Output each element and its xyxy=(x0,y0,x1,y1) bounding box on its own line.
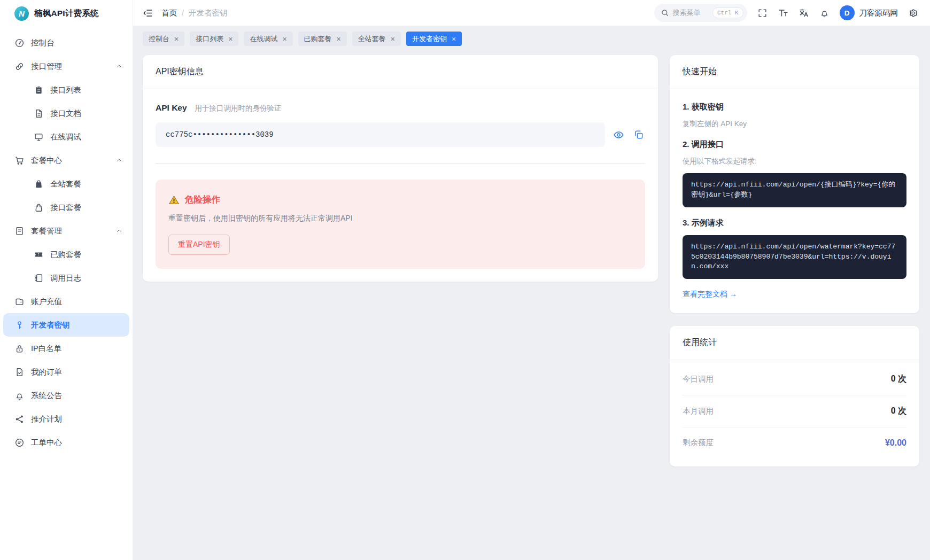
sidebar-nav: 控制台 接口管理 接口列表 接口文档 在线调试 套餐中心 全站套餐 接口套餐 套 xyxy=(0,27,133,454)
api-key-hint: 用于接口调用时的身份验证 xyxy=(195,104,282,113)
avatar: D xyxy=(840,5,855,20)
fullscreen-icon[interactable] xyxy=(757,8,768,18)
sidebar-item-label: 套餐管理 xyxy=(31,226,62,236)
gear-icon[interactable] xyxy=(908,8,918,18)
breadcrumb-home[interactable]: 首页 xyxy=(161,8,177,18)
document-lines-icon xyxy=(14,226,25,236)
sidebar-item-label: 套餐中心 xyxy=(31,155,62,166)
reset-api-key-button[interactable]: 重置API密钥 xyxy=(168,235,230,255)
bag-outline-icon xyxy=(34,203,44,213)
lock-icon xyxy=(14,344,25,354)
tab-label: 控制台 xyxy=(149,34,169,44)
sidebar-item-dashboard[interactable]: 控制台 xyxy=(0,31,133,55)
eye-icon[interactable] xyxy=(612,128,625,142)
tab-api-list[interactable]: 接口列表 × xyxy=(190,32,238,46)
sidebar: N 楠枫API计费系统 控制台 接口管理 接口列表 接口文档 在线调试 套餐中心… xyxy=(0,0,133,560)
step-1-desc: 复制左侧的 API Key xyxy=(683,119,906,129)
sidebar-item-account-recharge[interactable]: 账户充值 xyxy=(0,290,133,313)
brand: N 楠枫API计费系统 xyxy=(0,0,133,27)
share-icon xyxy=(14,414,25,424)
search-placeholder: 搜索菜单 xyxy=(673,8,709,18)
sidebar-item-label: 接口套餐 xyxy=(50,203,81,213)
close-icon[interactable]: × xyxy=(174,35,179,43)
sidebar-item-label: 账户充值 xyxy=(31,297,62,307)
collapse-sidebar-icon[interactable] xyxy=(143,8,153,18)
bell-icon[interactable] xyxy=(819,8,830,18)
warning-triangle-icon xyxy=(168,195,180,206)
usage-stats-title: 使用统计 xyxy=(670,326,919,360)
sidebar-item-purchased-packages[interactable]: 已购套餐 xyxy=(0,243,133,266)
sidebar-item-call-logs[interactable]: 调用日志 xyxy=(0,266,133,290)
topbar-actions: 搜索菜单 Ctrl K D 刀客源码网 xyxy=(654,4,919,22)
sidebar-item-my-orders[interactable]: 我的订单 xyxy=(0,360,133,384)
sidebar-item-api-packages[interactable]: 接口套餐 xyxy=(0,196,133,219)
notebook-icon xyxy=(34,273,44,283)
content: API密钥信息 API Key 用于接口调用时的身份验证 cc775c•••••… xyxy=(133,50,930,560)
close-icon[interactable]: × xyxy=(391,35,395,43)
sidebar-item-label: 开发者密钥 xyxy=(31,320,70,330)
breadcrumb-current: 开发者密钥 xyxy=(189,8,228,18)
quick-start-title: 快速开始 xyxy=(670,55,919,89)
chat-circle-icon xyxy=(14,438,25,448)
tab-label: 全站套餐 xyxy=(358,34,386,44)
main-column: 首页 / 开发者密钥 搜索菜单 Ctrl K D 刀客源码网 xyxy=(133,0,930,560)
wallet-icon xyxy=(14,297,25,307)
search-input[interactable]: 搜索菜单 Ctrl K xyxy=(654,4,747,22)
tab-dashboard[interactable]: 控制台 × xyxy=(143,32,184,46)
copy-icon[interactable] xyxy=(632,128,645,141)
sidebar-item-api-list[interactable]: 接口列表 xyxy=(0,78,133,102)
dashboard-icon xyxy=(14,38,25,48)
close-icon[interactable]: × xyxy=(228,35,232,43)
username: 刀客源码网 xyxy=(859,8,898,18)
api-key-field[interactable]: cc775c••••••••••••••3039 xyxy=(156,122,605,147)
sidebar-item-ip-whitelist[interactable]: IP白名单 xyxy=(0,337,133,360)
sidebar-item-online-debug[interactable]: 在线调试 xyxy=(0,125,133,149)
chevron-up-icon[interactable] xyxy=(115,157,123,164)
stat-label: 剩余额度 xyxy=(683,438,714,448)
danger-zone: 危险操作 重置密钥后，使用旧密钥的所有应用将无法正常调用API 重置API密钥 xyxy=(156,180,645,269)
tab-label: 开发者密钥 xyxy=(412,34,447,44)
ticket-icon xyxy=(34,250,44,260)
sidebar-item-label: 工单中心 xyxy=(31,438,62,448)
view-full-docs-link[interactable]: 查看完整文档 → xyxy=(683,290,737,299)
sidebar-item-label: 接口文档 xyxy=(50,108,81,119)
bag-filled-icon xyxy=(34,179,44,189)
clipboard-icon xyxy=(34,85,44,95)
chevron-up-icon[interactable] xyxy=(115,63,123,70)
tab-developer-key[interactable]: 开发者密钥 × xyxy=(406,32,462,46)
user-menu[interactable]: D 刀客源码网 xyxy=(840,5,898,20)
translate-icon[interactable] xyxy=(799,7,809,18)
tab-site-packages[interactable]: 全站套餐 × xyxy=(352,32,401,46)
sidebar-item-api-management[interactable]: 接口管理 xyxy=(0,55,133,78)
search-shortcut-badge: Ctrl K xyxy=(712,7,743,18)
step-2-title: 2. 调用接口 xyxy=(683,139,906,150)
api-key-card-title: API密钥信息 xyxy=(143,55,658,89)
danger-description: 重置密钥后，使用旧密钥的所有应用将无法正常调用API xyxy=(168,214,632,223)
sidebar-item-api-docs[interactable]: 接口文档 xyxy=(0,102,133,125)
sidebar-item-ticket-center[interactable]: 工单中心 xyxy=(0,431,133,454)
font-size-icon[interactable] xyxy=(778,7,788,18)
sidebar-item-referral-program[interactable]: 推介计划 xyxy=(0,407,133,431)
step-3-title: 3. 示例请求 xyxy=(683,218,906,228)
tab-purchased-packages[interactable]: 已购套餐 × xyxy=(298,32,347,46)
tab-online-debug[interactable]: 在线调试 × xyxy=(244,32,292,46)
step-1-title: 1. 获取密钥 xyxy=(683,102,906,112)
app-title: 楠枫API计费系统 xyxy=(34,8,99,19)
tab-label: 已购套餐 xyxy=(304,34,332,44)
close-icon[interactable]: × xyxy=(452,35,456,43)
close-icon[interactable]: × xyxy=(337,35,341,43)
chevron-up-icon[interactable] xyxy=(115,227,123,235)
breadcrumb-separator: / xyxy=(182,9,184,17)
example-request-code[interactable]: https://api.nfiii.com/api/open/watermark… xyxy=(683,235,906,279)
sidebar-item-developer-key[interactable]: 开发者密钥 xyxy=(3,313,129,337)
sidebar-item-package-management[interactable]: 套餐管理 xyxy=(0,219,133,243)
sidebar-item-label: 系统公告 xyxy=(31,391,62,401)
request-format-code[interactable]: https://api.nfiii.com/api/open/{接口编码}?ke… xyxy=(683,173,906,207)
bell-icon xyxy=(14,391,25,401)
stat-row: 今日调用 0 次 xyxy=(683,363,906,395)
sidebar-item-site-packages[interactable]: 全站套餐 xyxy=(0,172,133,196)
close-icon[interactable]: × xyxy=(282,35,286,43)
sidebar-item-package-center[interactable]: 套餐中心 xyxy=(0,149,133,172)
sidebar-item-system-announcements[interactable]: 系统公告 xyxy=(0,384,133,407)
app-root: N 楠枫API计费系统 控制台 接口管理 接口列表 接口文档 在线调试 套餐中心… xyxy=(0,0,930,560)
